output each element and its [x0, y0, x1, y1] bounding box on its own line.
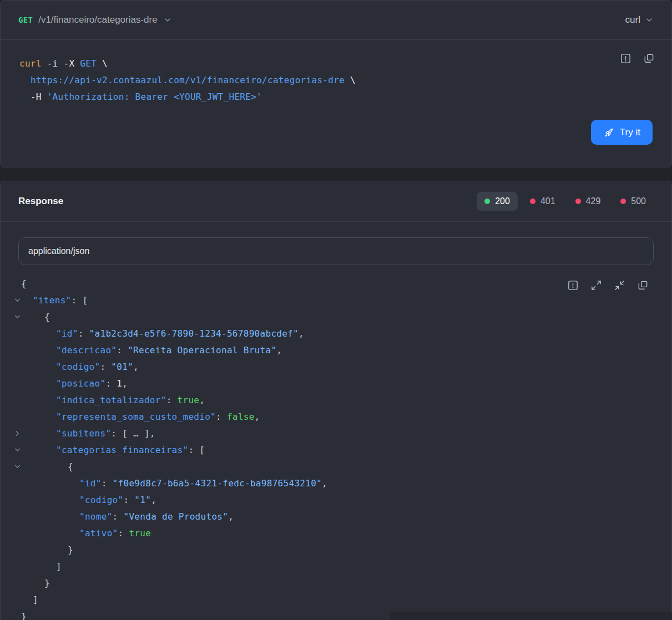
api-console-page: GET /v1/financeiro/categorias-dre curl: [0, 0, 672, 620]
request-panel: GET /v1/financeiro/categorias-dre curl: [0, 0, 672, 167]
chevron-down-icon[interactable]: [13, 297, 21, 304]
status-dot: [530, 199, 535, 204]
json-line-content: "id": "f0e9d8c7-b6a5-4321-fedc-ba9876543…: [21, 478, 327, 489]
chevron-down-icon[interactable]: [13, 313, 21, 321]
report-issue-icon[interactable]: [619, 52, 631, 64]
status-dot: [620, 199, 626, 204]
json-line-content: }: [21, 578, 50, 588]
chevron-down-icon[interactable]: [13, 463, 21, 470]
status-code-label: 401: [540, 196, 555, 206]
json-line: "ativo": true: [13, 525, 654, 541]
json-line: "subitens": [ … ],: [13, 425, 654, 441]
json-line: "id": "f0e9d8c7-b6a5-4321-fedc-ba9876543…: [13, 475, 654, 491]
json-line-content: }: [21, 545, 73, 555]
status-pill-200[interactable]: 200: [477, 192, 518, 211]
content-type-label: application/json: [28, 246, 89, 256]
status-code-label: 200: [495, 196, 510, 206]
json-line-content: "descricao": "Receita Operacional Bruta"…: [21, 345, 282, 355]
request-code-block: curl -i -X GET \ https://api-v2.contaazu…: [1, 40, 671, 113]
chevron-down-icon: [645, 16, 654, 24]
json-line-content: "nome": "Venda de Produtos",: [21, 511, 234, 522]
json-line-content: "codigo": "01",: [21, 362, 139, 372]
json-line: "id": "a1b2c3d4-e5f6-7890-1234-567890abc…: [13, 325, 654, 342]
curl-command: curl -i -X GET \ https://api-v2.contaazu…: [19, 55, 653, 105]
json-line-content: "codigo": "1",: [21, 495, 156, 505]
json-line-content: "posicao": 1,: [21, 378, 128, 389]
status-pill-500[interactable]: 500: [613, 192, 654, 211]
json-line: "nome": "Venda de Produtos",: [13, 508, 654, 525]
json-line-content: {: [21, 278, 27, 289]
code-actions: [619, 52, 655, 64]
json-line-content: "categorias_financeiras": [: [21, 445, 205, 455]
chevron-right-icon[interactable]: [13, 430, 21, 437]
json-line-content: "indica_totalizador": true,: [21, 395, 205, 405]
json-line: "codigo": "01",: [13, 358, 654, 375]
json-line: {: [13, 308, 654, 325]
copy-icon[interactable]: [643, 52, 655, 64]
code-line: curl -i -X GET \: [19, 55, 653, 72]
try-it-row: Try it: [1, 113, 671, 145]
try-it-button[interactable]: Try it: [591, 120, 653, 145]
endpoint-path: /v1/financeiro/categorias-dre: [38, 14, 158, 26]
try-it-label: Try it: [620, 127, 640, 138]
response-panel: Response 200401429500 application/json: [0, 181, 672, 620]
json-line: "categorias_financeiras": [: [13, 441, 654, 458]
json-tree: {"itens": [{"id": "a1b2c3d4-e5f6-7890-12…: [13, 275, 654, 620]
json-response-viewer: {"itens": [{"id": "a1b2c3d4-e5f6-7890-12…: [13, 275, 654, 620]
json-line: ]: [13, 591, 654, 608]
rocket-icon: [603, 127, 614, 138]
json-line: "posicao": 1,: [13, 375, 654, 392]
json-viewer-actions: [567, 279, 649, 291]
http-method-badge: GET: [18, 16, 33, 24]
language-label: curl: [625, 14, 640, 26]
endpoint-header: GET /v1/financeiro/categorias-dre curl: [1, 1, 671, 40]
response-header: Response 200401429500: [1, 181, 671, 222]
status-dot: [575, 199, 581, 204]
code-line: https://api-v2.contaazul.com/v1/financei…: [19, 72, 653, 89]
status-code-tabs: 200401429500: [477, 192, 654, 211]
json-line-content: "id": "a1b2c3d4-e5f6-7890-1234-567890abc…: [21, 328, 304, 339]
json-line-content: ]: [21, 561, 62, 572]
chevron-down-icon: [163, 16, 172, 24]
status-pill-401[interactable]: 401: [522, 192, 563, 211]
chevron-down-icon[interactable]: [13, 446, 21, 454]
endpoint-selector[interactable]: GET /v1/financeiro/categorias-dre: [18, 14, 172, 26]
json-line: ]: [13, 558, 654, 575]
json-line-content: ]: [21, 594, 38, 605]
content-type-select[interactable]: application/json: [18, 237, 654, 265]
status-code-label: 500: [631, 196, 646, 206]
copy-icon[interactable]: [636, 279, 649, 291]
status-code-label: 429: [586, 196, 601, 206]
code-line: -H 'Authorization: Bearer <YOUR_JWT_HERE…: [19, 89, 653, 105]
json-line: "itens": [: [13, 292, 654, 308]
json-line: }: [13, 575, 654, 591]
response-body: application/json: [1, 222, 671, 620]
report-issue-icon[interactable]: [567, 279, 579, 291]
json-line: "indica_totalizador": true,: [13, 392, 654, 408]
json-line: "descricao": "Receita Operacional Bruta"…: [13, 342, 654, 358]
json-line-content: {: [21, 461, 73, 472]
json-line: {: [13, 275, 654, 292]
expand-icon[interactable]: [590, 279, 602, 291]
json-line: {: [13, 458, 654, 475]
language-selector[interactable]: curl: [625, 14, 654, 26]
json-line: "codigo": "1",: [13, 491, 654, 508]
json-line-content: "subitens": [ … ],: [21, 428, 155, 439]
json-line-content: "itens": [: [21, 295, 88, 306]
horizontal-scrollbar[interactable]: [390, 612, 672, 620]
json-line-content: {: [21, 312, 50, 322]
collapse-icon[interactable]: [613, 279, 625, 291]
json-line-content: "ativo": true: [21, 528, 151, 538]
status-dot: [484, 199, 490, 204]
json-line: }: [13, 541, 654, 558]
status-pill-429[interactable]: 429: [568, 192, 609, 211]
json-line: "representa_soma_custo_medio": false,: [13, 408, 654, 425]
json-line-content: "representa_soma_custo_medio": false,: [21, 411, 260, 422]
json-line-content: }: [21, 611, 27, 620]
response-title: Response: [18, 196, 63, 207]
